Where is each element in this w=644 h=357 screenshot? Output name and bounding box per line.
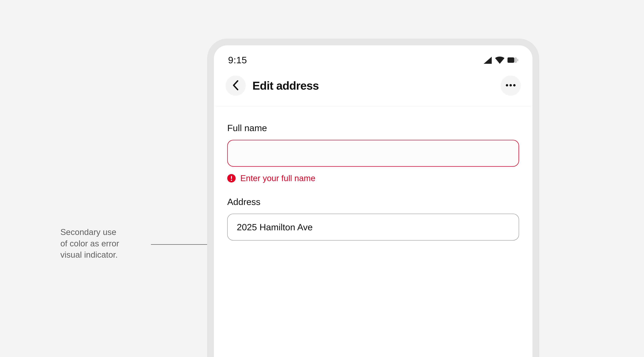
error-icon	[227, 174, 236, 182]
svg-rect-2	[517, 59, 518, 61]
phone-screen: 9:15	[214, 45, 532, 357]
full-name-input[interactable]	[227, 140, 519, 167]
phone-frame: 9:15	[207, 39, 539, 357]
cellular-icon	[483, 56, 492, 64]
svg-rect-1	[514, 57, 517, 63]
full-name-label: Full name	[227, 123, 519, 133]
back-button[interactable]	[226, 76, 246, 96]
annotation-line-2: of color as error	[60, 238, 148, 249]
svg-point-4	[510, 84, 512, 87]
form: Full name Enter your full name	[214, 106, 532, 240]
canvas: Secondary use of color as error visual i…	[0, 0, 644, 357]
svg-point-3	[506, 84, 508, 87]
status-time: 9:15	[228, 55, 247, 66]
more-options-button[interactable]	[500, 76, 521, 96]
svg-rect-0	[508, 57, 514, 63]
page-title: Edit address	[252, 79, 494, 92]
address-label: Address	[227, 197, 519, 207]
full-name-error: Enter your full name	[227, 173, 519, 183]
status-icons	[483, 56, 518, 64]
annotation-line-1: Secondary use	[60, 227, 148, 238]
annotation-line-3: visual indicator.	[60, 249, 148, 261]
full-name-error-text: Enter your full name	[240, 173, 315, 183]
svg-point-5	[513, 84, 516, 87]
svg-point-8	[231, 180, 232, 181]
wifi-icon	[495, 56, 505, 64]
status-bar: 9:15	[214, 45, 532, 69]
app-bar: Edit address	[214, 69, 532, 106]
full-name-field-block: Full name Enter your full name	[227, 123, 519, 195]
battery-icon	[508, 57, 518, 63]
more-horizontal-icon	[506, 84, 516, 87]
address-input[interactable]	[227, 214, 519, 240]
annotation-text: Secondary use of color as error visual i…	[60, 227, 148, 261]
chevron-left-icon	[232, 80, 239, 91]
svg-rect-7	[231, 176, 232, 179]
address-field-block: Address	[227, 197, 519, 240]
